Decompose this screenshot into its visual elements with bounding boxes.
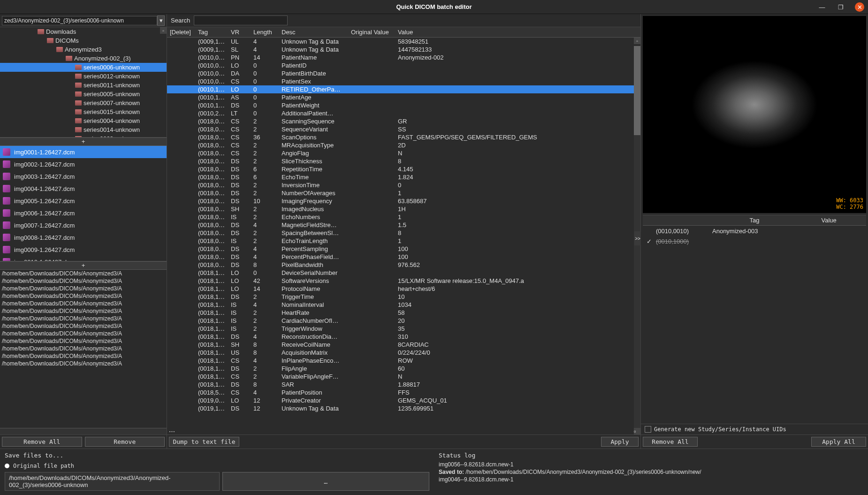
tag-row[interactable]: (0018,1…DS4ReconstructionDia…310	[167, 333, 640, 341]
path-dropdown-icon[interactable]: ▾	[157, 15, 165, 26]
queue-item[interactable]: /home/ben/Downloads/DICOMs/Anonymized3/A	[0, 270, 167, 277]
tag-row[interactable]: (0018,1…DS2FlipAngle60	[167, 365, 640, 373]
remove-button[interactable]: Remove	[85, 437, 165, 447]
tag-row[interactable]: (0010,1…DS0PatientWeight	[167, 101, 640, 109]
file-list[interactable]: img0001-1.26427.dcmimg0002-1.26427.dcmim…	[0, 146, 167, 261]
queue-item[interactable]: /home/ben/Downloads/DICOMs/Anonymized3/A	[0, 277, 167, 285]
minimize-button[interactable]: —	[817, 2, 827, 12]
tag-row[interactable]: (0018,1…IS2TriggerWindow35	[167, 325, 640, 333]
queue-item[interactable]: /home/ben/Downloads/DICOMs/Anonymized3/A	[0, 315, 167, 322]
file-item[interactable]: img0005-1.26427.dcm	[0, 195, 167, 207]
tag-row[interactable]: (0018,0…CS2ScanningSequenceGR	[167, 117, 640, 125]
tag-row[interactable]: (0010,0…PN14PatientNameAnonymized-002	[167, 53, 640, 61]
edit-col-tag[interactable]: Tag	[717, 217, 792, 224]
col-length[interactable]: Length	[251, 29, 279, 36]
col-vr[interactable]: VR	[228, 29, 251, 36]
file-item[interactable]: img0006-1.26427.dcm	[0, 207, 167, 219]
tag-row[interactable]: (0018,0…DS2SpacingBetweenSl…8	[167, 229, 640, 237]
queue-scrollbar[interactable]	[0, 428, 167, 434]
tag-row[interactable]: (0018,1…DS8SAR1.88817	[167, 381, 640, 388]
maximize-button[interactable]: ❐	[836, 2, 845, 12]
file-item[interactable]: img0002-1.26427.dcm	[0, 158, 167, 170]
edit-row[interactable]: (0010,0010)Anonymized-003	[643, 226, 866, 236]
tree-item[interactable]: series0012-unknown	[0, 72, 167, 81]
tag-row[interactable]: (0018,1…DS2TriggerTime10	[167, 293, 640, 301]
tag-row[interactable]: (0010,1…AS0PatientAge	[167, 93, 640, 101]
uid-checkbox[interactable]	[645, 426, 651, 433]
tag-row[interactable]: (0010,0…CS0PatientSex	[167, 77, 640, 85]
tree-item[interactable]: series0014-unknown	[0, 125, 167, 134]
tag-collapse-icon[interactable]: ▫	[634, 38, 640, 44]
apply-button[interactable]: Apply	[601, 437, 639, 447]
path-input[interactable]	[2, 16, 157, 25]
remove-all-button[interactable]: Remove All	[2, 437, 82, 447]
tag-row[interactable]: (0010,0…LO0PatientID	[167, 61, 640, 69]
queue-item[interactable]: /home/ben/Downloads/DICOMs/Anonymized3/A	[0, 352, 167, 360]
edit-row[interactable]: ✓(0010,1000)	[643, 236, 866, 246]
tree-item[interactable]: Anonymized3	[0, 45, 167, 54]
tag-row[interactable]: (0018,1…SH8ReceiveCoilName8CARDIAC	[167, 341, 640, 349]
tree-item[interactable]: series0004-unknown	[0, 116, 167, 125]
tag-row[interactable]: (0018,0…DS8PixelBandwidth976.562	[167, 261, 640, 269]
tag-row[interactable]: (0018,0…SH2ImagedNucleus1H	[167, 205, 640, 213]
panel-toggle-button[interactable]: >>	[634, 231, 641, 245]
tag-row[interactable]: (0018,0…DS2InversionTime0	[167, 181, 640, 189]
tag-row[interactable]: (0018,1…LO0DeviceSerialNumber	[167, 269, 640, 277]
tree-item[interactable]: series0015-unknown	[0, 107, 167, 116]
col-desc[interactable]: Desc	[279, 29, 348, 36]
right-remove-all-button[interactable]: Remove All	[643, 437, 698, 447]
dump-button[interactable]: Dump to text file	[169, 437, 239, 447]
tag-row[interactable]: (0019,1…DS12Unknown Tag & Data1235.69995…	[167, 404, 640, 412]
tree-collapse-icon[interactable]: ▫	[160, 27, 167, 34]
tag-row[interactable]: (0010,0…DA0PatientBirthDate	[167, 69, 640, 77]
tree-item[interactable]: series0006-unknown	[0, 63, 167, 72]
queue-item[interactable]: /home/ben/Downloads/DICOMs/Anonymized3/A	[0, 300, 167, 307]
queue-item[interactable]: /home/ben/Downloads/DICOMs/Anonymized3/A	[0, 322, 167, 330]
tree-item[interactable]: series0005-unknown	[0, 90, 167, 99]
tag-row[interactable]: (0018,0…DS2NumberOfAverages1	[167, 189, 640, 197]
tag-row[interactable]: (0018,5…CS4PatientPositionFFS	[167, 388, 640, 396]
edit-table[interactable]: Tag Value (0010,0010)Anonymized-003✓(001…	[643, 215, 866, 424]
close-button[interactable]: ✕	[855, 2, 864, 12]
folder-tree[interactable]: ▫ DownloadsDICOMsAnonymized3Anonymized-0…	[0, 27, 167, 137]
tag-row[interactable]: (0018,0…DS6EchoTime1.824	[167, 173, 640, 181]
tree-item[interactable]: DICOMs	[0, 36, 167, 45]
queue-item[interactable]: /home/ben/Downloads/DICOMs/Anonymized3/A	[0, 337, 167, 345]
search-input[interactable]	[194, 15, 288, 25]
tag-row[interactable]: (0018,0…CS2AngioFlagN	[167, 149, 640, 157]
tag-row[interactable]: (0018,0…IS2EchoTrainLength1	[167, 237, 640, 245]
dicom-preview[interactable]: WW: 6033 WC: 2776	[643, 16, 866, 213]
tag-row[interactable]: (0018,0…CS2SequenceVariantSS	[167, 125, 640, 133]
file-item[interactable]: img0001-1.26427.dcm	[0, 146, 167, 158]
tag-row[interactable]: (0018,0…DS6RepetitionTime4.145	[167, 165, 640, 173]
tag-row[interactable]: (0018,1…IS4NominalInterval1034	[167, 301, 640, 309]
queue-list[interactable]: /home/ben/Downloads/DICOMs/Anonymized3/A…	[0, 270, 167, 428]
tree-item[interactable]: series0007-unknown	[0, 99, 167, 107]
file-item[interactable]: img0010-1.26427.dcm	[0, 256, 167, 261]
add-file-button[interactable]: +	[0, 261, 167, 270]
tag-row[interactable]: (0018,0…DS10ImagingFrequency63.858687	[167, 197, 640, 205]
tag-row[interactable]: (0018,1…LO14ProtocolNameheart+chest/6	[167, 285, 640, 293]
edit-col-value[interactable]: Value	[792, 217, 866, 224]
queue-item[interactable]: /home/ben/Downloads/DICOMs/Anonymized3/A	[0, 360, 167, 367]
tag-row[interactable]: (0010,1…LO0RETIRED_OtherPa…	[167, 85, 640, 93]
tag-row[interactable]: (0018,0…DS4PercentPhaseField…100	[167, 253, 640, 261]
tag-row[interactable]: (0018,1…IS2CardiacNumberOfI…20	[167, 317, 640, 325]
tag-row[interactable]: (0018,0…IS2EchoNumbers1	[167, 213, 640, 221]
queue-item[interactable]: /home/ben/Downloads/DICOMs/Anonymized3/A	[0, 345, 167, 352]
col-tag[interactable]: Tag	[195, 29, 228, 36]
tag-row[interactable]: (0018,1…LO42SoftwareVersions15/LX/MR Sof…	[167, 277, 640, 285]
file-item[interactable]: img0004-1.26427.dcm	[0, 183, 167, 195]
tag-row[interactable]: (0018,0…DS4PercentSampling100	[167, 245, 640, 253]
tag-row[interactable]: (0018,0…DS2SliceThickness8	[167, 157, 640, 165]
tag-row[interactable]: (0018,1…CS4InPlanePhaseEnco…ROW	[167, 357, 640, 365]
queue-item[interactable]: /home/ben/Downloads/DICOMs/Anonymized3/A	[0, 330, 167, 337]
col-orig[interactable]: Original Value	[348, 29, 395, 36]
apply-all-button[interactable]: Apply All	[811, 437, 866, 447]
tree-item[interactable]: Downloads	[0, 27, 167, 36]
file-item[interactable]: img0009-1.26427.dcm	[0, 244, 167, 256]
tree-item[interactable]: Anonymized-002_(3)	[0, 54, 167, 63]
col-delete[interactable]: [Delete]	[167, 29, 195, 36]
tag-row[interactable]: (0018,1…IS2HeartRate58	[167, 309, 640, 317]
file-item[interactable]: img0003-1.26427.dcm	[0, 170, 167, 183]
